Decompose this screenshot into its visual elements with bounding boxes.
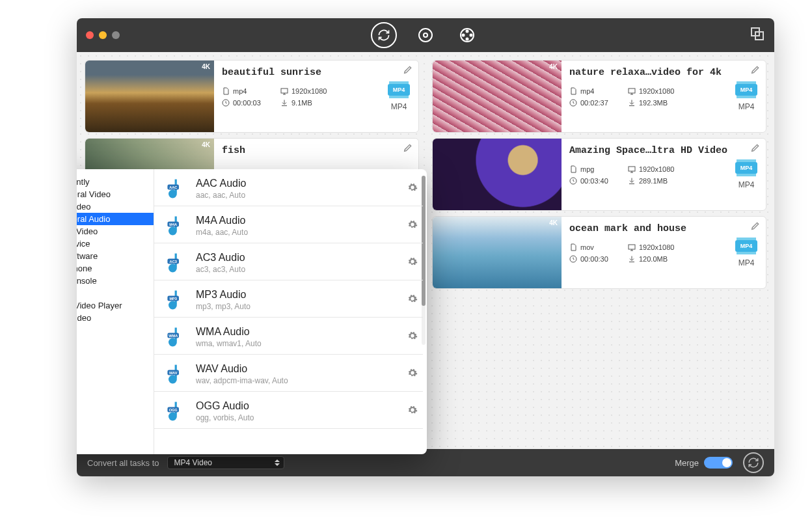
format-settings-button[interactable] <box>407 368 418 381</box>
svg-point-4 <box>467 38 468 40</box>
format-option[interactable]: M4A M4A Audio m4a, aac, Auto <box>154 206 423 243</box>
format-option[interactable]: WMA WMA Audio wma, wmav1, Auto <box>154 318 423 355</box>
category-list: Recently General Video 4K Video General … <box>77 169 154 454</box>
category-apple-software[interactable]: Apple Software <box>77 250 154 262</box>
video-card[interactable]: 4K nature relaxa…video for 4k mp4 1920x1… <box>432 60 766 133</box>
svg-point-55 <box>169 375 177 384</box>
format-name: MP3 Audio <box>196 289 397 301</box>
svg-point-0 <box>419 29 432 42</box>
film-reel-icon <box>459 27 475 43</box>
download-icon <box>628 99 636 107</box>
convert-button[interactable] <box>743 452 764 473</box>
format-desc: wav, adpcm-ima-wav, Auto <box>196 376 397 385</box>
monitor-icon <box>280 87 288 95</box>
thumbnail: 4K <box>433 217 562 288</box>
mp4-icon: MP4 <box>734 80 759 100</box>
format-option[interactable]: OGG OGG Audio ogg, vorbis, Auto <box>154 392 423 429</box>
zoom-window-button[interactable] <box>112 31 120 39</box>
video-card[interactable]: 4K beautiful sunrise mp4 1920x1080 00:00… <box>85 60 419 133</box>
format-icon: OGG <box>162 400 185 423</box>
svg-text:WMA: WMA <box>169 334 178 338</box>
mp4-icon: MP4 <box>734 158 759 178</box>
svg-rect-19 <box>737 96 756 98</box>
pencil-icon <box>403 143 413 153</box>
format-name: OGG Audio <box>196 400 397 412</box>
file-icon <box>569 165 577 173</box>
minimize-window-button[interactable] <box>99 31 107 39</box>
pencil-icon <box>403 64 413 75</box>
category-tv-video[interactable]: TV Video <box>77 312 154 324</box>
format-name: M4A Audio <box>196 215 397 226</box>
media-library-icon <box>750 26 765 42</box>
svg-text:M4A: M4A <box>169 223 177 226</box>
svg-point-5 <box>463 34 465 36</box>
output-format-badge[interactable]: MP4 MP4 <box>731 158 762 189</box>
format-name: WAV Audio <box>196 363 397 375</box>
monitor-icon <box>628 87 636 95</box>
merge-label: Merge <box>675 458 699 468</box>
category-general-video[interactable]: General Video <box>77 188 154 200</box>
output-format-badge[interactable]: MP4 MP4 <box>383 80 414 111</box>
video-title: Amazing Space…ltra HD Video <box>569 145 762 156</box>
category-general-audio[interactable]: General Audio <box>77 213 154 225</box>
category-recently[interactable]: Recently <box>77 176 154 188</box>
video-size: 120.0MB <box>639 255 668 263</box>
gear-icon <box>407 331 418 341</box>
format-option[interactable]: AC3 AC3 Audio ac3, ac3, Auto <box>154 243 423 280</box>
format-icon: MP3 <box>162 288 185 312</box>
output-format-badge[interactable]: MP4 MP4 <box>731 236 762 267</box>
svg-point-52 <box>169 338 177 347</box>
refresh-icon <box>377 29 390 42</box>
svg-rect-13 <box>389 96 409 98</box>
tab-disc[interactable] <box>413 22 439 48</box>
video-ext: mov <box>580 243 594 251</box>
fourk-badge: 4K <box>202 141 210 148</box>
format-icon: WAV <box>162 362 185 386</box>
format-settings-button[interactable] <box>407 405 418 418</box>
format-settings-button[interactable] <box>407 293 418 306</box>
edit-button[interactable] <box>750 143 761 156</box>
format-option[interactable]: MP3 MP3 Audio mp3, mp3, Auto <box>154 280 423 318</box>
category-apple-device[interactable]: Apple Device <box>77 238 154 250</box>
merge-toggle[interactable] <box>704 457 733 469</box>
category-mobile-phone[interactable]: Mobile Phone <box>77 262 154 275</box>
output-format-label: MP4 <box>731 258 762 267</box>
category-game-console[interactable]: Game Console <box>77 275 154 287</box>
edit-button[interactable] <box>403 143 413 156</box>
video-dur: 00:00:03 <box>233 99 261 107</box>
edit-button[interactable] <box>403 64 413 77</box>
format-settings-button[interactable] <box>407 182 418 195</box>
format-name: AC3 Audio <box>196 252 397 264</box>
gear-icon <box>407 293 418 304</box>
tab-movie[interactable] <box>454 22 480 48</box>
close-window-button[interactable] <box>86 31 94 39</box>
format-option[interactable]: WAV WAV Audio wav, adpcm-ima-wav, Auto <box>154 355 423 392</box>
output-format-badge[interactable]: MP4 MP4 <box>731 80 762 111</box>
format-option[interactable]: AAC AAC Audio aac, aac, Auto <box>154 169 423 206</box>
format-name: WMA Audio <box>196 326 397 338</box>
edit-button[interactable] <box>750 64 761 77</box>
svg-rect-15 <box>629 88 635 93</box>
video-size: 192.3MB <box>639 99 668 107</box>
format-list: AAC AAC Audio aac, aac, Auto M4A M4A Aud… <box>154 169 427 454</box>
format-settings-button[interactable] <box>407 219 418 232</box>
tab-convert[interactable] <box>371 22 397 48</box>
video-ext: mp4 <box>580 87 594 95</box>
svg-rect-24 <box>737 159 756 162</box>
category-web-video[interactable]: Web Video <box>77 225 154 238</box>
format-settings-button[interactable] <box>407 331 418 344</box>
fourk-badge: 4K <box>202 63 210 70</box>
video-card[interactable]: Amazing Space…ltra HD Video mpg 1920x108… <box>432 138 766 211</box>
category-portable-player[interactable]: Portable Video Player <box>77 299 154 312</box>
category-tablet[interactable]: Tablet <box>77 287 154 299</box>
video-card[interactable]: 4K ocean mark and house mov 1920x1080 00… <box>432 216 766 289</box>
media-library-button[interactable] <box>750 26 765 44</box>
edit-button[interactable] <box>750 221 761 234</box>
format-desc: m4a, aac, Auto <box>196 228 397 237</box>
format-settings-button[interactable] <box>407 256 418 269</box>
format-icon: AAC <box>162 177 185 200</box>
clock-icon <box>569 177 577 185</box>
category-4k-video[interactable]: 4K Video <box>77 200 154 213</box>
output-format-select[interactable]: MP4 Video <box>167 456 284 469</box>
video-ext: mpg <box>580 165 594 173</box>
